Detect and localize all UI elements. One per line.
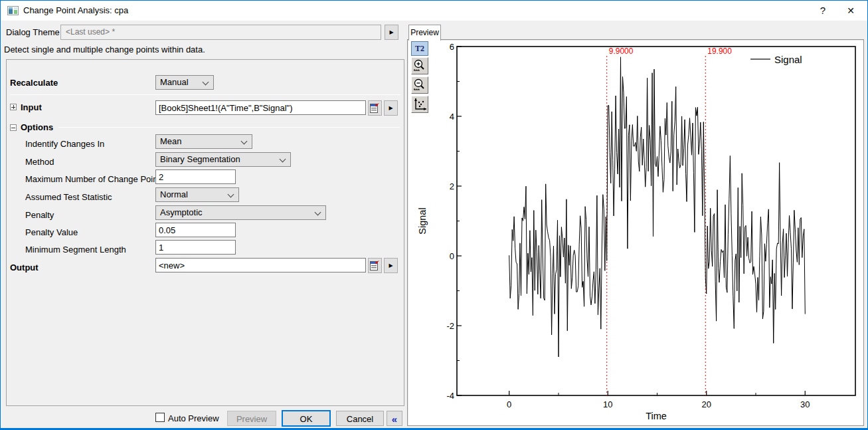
dialog-theme-field[interactable]: <Last used> * xyxy=(60,25,381,40)
svg-text:10: 10 xyxy=(603,399,612,409)
min-segment-length-field[interactable] xyxy=(155,240,236,255)
chevron-down-icon xyxy=(241,138,248,145)
svg-text:0: 0 xyxy=(450,251,454,261)
options-group-rule xyxy=(58,127,400,128)
svg-text:Time: Time xyxy=(646,411,667,421)
method-value: Binary Segmentation xyxy=(160,154,240,164)
zoom-out-icon xyxy=(412,77,428,93)
rescale-axes-icon xyxy=(412,96,428,112)
preview-graph-page: 0102030-4-20246TimeSignal9.900019.900Sig… xyxy=(407,39,864,426)
assumed-test-statistic-value: Normal xyxy=(160,189,188,199)
worksheet-select-icon xyxy=(370,260,380,271)
output-range-field[interactable] xyxy=(155,258,366,272)
ok-button[interactable]: OK xyxy=(282,410,331,427)
penalty-value-field[interactable] xyxy=(155,223,236,237)
close-button[interactable]: ✕ xyxy=(841,3,861,19)
penalty-select[interactable]: Asymptotic xyxy=(155,205,326,220)
output-select-columns-button[interactable] xyxy=(368,258,382,273)
input-expand-icon[interactable] xyxy=(10,104,17,110)
recalculate-select[interactable]: Manual xyxy=(155,75,214,90)
chevron-down-icon xyxy=(315,209,321,216)
svg-text:4: 4 xyxy=(450,112,454,122)
options-collapse-icon[interactable] xyxy=(10,124,17,131)
dialog-theme-label: Dialog Theme xyxy=(6,27,60,37)
preview-chart: 0102030-4-20246TimeSignal9.900019.900Sig… xyxy=(408,40,865,427)
help-button[interactable]: ? xyxy=(813,3,833,19)
t2-template-button[interactable]: T2 xyxy=(411,41,428,56)
chevron-down-icon xyxy=(280,156,286,163)
chevron-down-icon xyxy=(228,191,234,198)
zoom-in-button[interactable] xyxy=(411,57,428,74)
identify-changes-in-select[interactable]: Mean xyxy=(155,134,252,149)
collapse-dialog-button[interactable]: « xyxy=(387,411,402,426)
input-range-field[interactable] xyxy=(155,100,366,115)
dialog-theme-value: <Last used> * xyxy=(66,27,115,37)
output-flyout-button[interactable]: ▶ xyxy=(384,258,398,273)
svg-text:-4: -4 xyxy=(446,391,454,401)
flyout-arrow-icon: ▶ xyxy=(389,105,392,111)
window-title: Change Point Analysis: cpa xyxy=(23,5,128,15)
rescale-axes-button[interactable] xyxy=(411,96,428,113)
cancel-button[interactable]: Cancel xyxy=(336,411,384,426)
zoom-in-icon xyxy=(412,58,428,74)
input-label: Input xyxy=(21,102,42,112)
change-point-analysis-dialog: Change Point Analysis: cpa ? ✕ Dialog Th… xyxy=(0,0,868,430)
svg-text:19.900: 19.900 xyxy=(707,47,732,56)
input-flyout-button[interactable]: ▶ xyxy=(384,100,398,116)
title-bar[interactable]: Change Point Analysis: cpa ? ✕ xyxy=(1,1,867,21)
flyout-arrow-icon: ▶ xyxy=(389,29,393,35)
options-group-label: Options xyxy=(21,122,53,132)
chevron-down-icon xyxy=(203,79,209,86)
max-change-points-field[interactable] xyxy=(155,169,236,184)
flyout-arrow-icon: ▶ xyxy=(389,263,392,269)
svg-text:Signal: Signal xyxy=(417,207,428,234)
svg-text:Signal: Signal xyxy=(774,54,802,65)
assumed-test-statistic-label: Assumed Test Statistic xyxy=(25,192,112,202)
penalty-value-label: Penalty Value xyxy=(25,227,78,237)
zoom-out-button[interactable] xyxy=(411,76,428,94)
method-select[interactable]: Binary Segmentation xyxy=(155,152,291,167)
svg-text:20: 20 xyxy=(702,399,711,409)
input-select-columns-button[interactable] xyxy=(368,100,382,116)
identify-changes-in-value: Mean xyxy=(160,136,182,146)
dialog-icon xyxy=(7,6,19,15)
worksheet-select-icon xyxy=(370,102,380,114)
svg-text:30: 30 xyxy=(800,399,810,409)
auto-preview-label: Auto Preview xyxy=(168,413,219,423)
min-segment-length-label: Minimum Segment Length xyxy=(25,245,126,255)
svg-text:9.9000: 9.9000 xyxy=(609,47,634,56)
penalty-value: Asymptotic xyxy=(160,207,203,217)
tab-preview[interactable]: Preview xyxy=(408,25,441,41)
penalty-label: Penalty xyxy=(25,210,54,220)
recalculate-value: Manual xyxy=(160,77,189,87)
dialog-theme-flyout-button[interactable]: ▶ xyxy=(385,25,398,40)
svg-text:2: 2 xyxy=(450,181,454,191)
dialog-description: Detect single and multiple change points… xyxy=(4,45,205,54)
separator xyxy=(10,94,400,95)
svg-text:0: 0 xyxy=(507,399,511,409)
svg-text:6: 6 xyxy=(450,42,454,52)
assumed-test-statistic-select[interactable]: Normal xyxy=(155,187,239,202)
recalculate-label: Recalculate xyxy=(10,78,58,88)
preview-button[interactable]: Preview xyxy=(227,411,276,426)
settings-panel: Recalculate Manual Input ▶ Options Inden… xyxy=(6,59,404,406)
svg-text:-2: -2 xyxy=(446,321,454,331)
method-label: Method xyxy=(25,157,54,167)
auto-preview-checkbox[interactable] xyxy=(155,413,165,422)
output-label: Output xyxy=(10,263,39,272)
identify-changes-in-label: Indentify Changes In xyxy=(25,139,104,149)
max-change-points-label: Maximum Number of Change Points xyxy=(25,174,165,184)
